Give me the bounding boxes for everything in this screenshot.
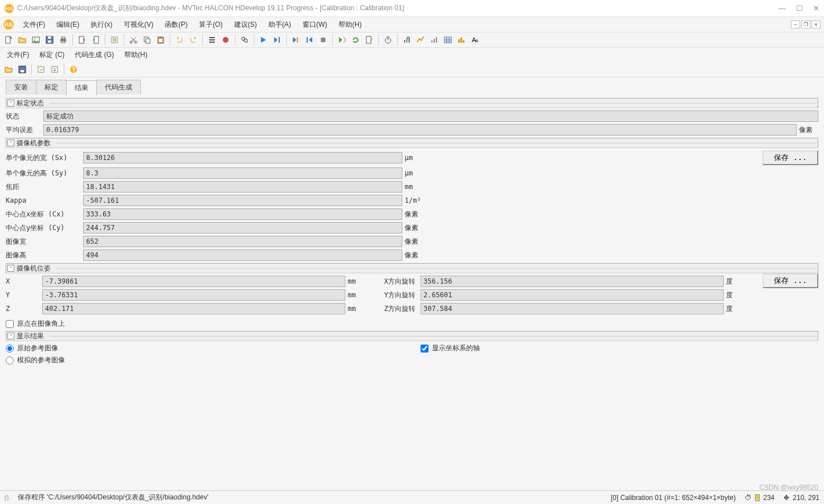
- copy-icon[interactable]: [141, 34, 153, 46]
- svg-rect-0: [6, 36, 10, 43]
- svg-rect-16: [146, 39, 150, 43]
- find-icon[interactable]: [238, 34, 251, 46]
- step-back-icon[interactable]: [303, 34, 316, 46]
- close-button[interactable]: ✕: [813, 4, 819, 13]
- menu-file[interactable]: 文件(F): [18, 18, 50, 31]
- pose-unit: 度: [726, 304, 745, 314]
- menu-assist[interactable]: 助手(A): [264, 18, 296, 31]
- menu-edit[interactable]: 编辑(E): [52, 18, 84, 31]
- param-unit: 像素: [405, 237, 424, 247]
- param-label: 单个像元的高 (Sy): [6, 169, 81, 178]
- export-icon[interactable]: [76, 34, 88, 46]
- tab-result[interactable]: 结果: [66, 80, 97, 95]
- menu-exec[interactable]: 执行(x): [86, 18, 117, 31]
- cut-icon[interactable]: [127, 34, 140, 46]
- submenu-help[interactable]: 帮助(H): [122, 49, 150, 61]
- collapse-icon[interactable]: ⌃: [7, 265, 14, 272]
- save-icon[interactable]: [43, 34, 56, 46]
- pose-value: 2.65601: [421, 289, 724, 301]
- save-params-icon[interactable]: [48, 63, 61, 76]
- svg-marker-1: [10, 36, 12, 38]
- svg-rect-24: [307, 37, 308, 43]
- svg-point-21: [242, 37, 245, 40]
- svg-rect-5: [48, 40, 51, 43]
- redo-icon[interactable]: [187, 34, 199, 46]
- run-to-icon[interactable]: [336, 34, 348, 46]
- help-icon[interactable]: ?: [67, 63, 80, 76]
- load-params-icon[interactable]: [35, 63, 47, 76]
- collapse-icon[interactable]: ⌃: [7, 140, 14, 146]
- calibration-menubar: 文件(F) 标定 (C) 代码生成 (G) 帮助(H): [0, 48, 824, 62]
- save-params-button[interactable]: 保存 ...: [762, 150, 818, 165]
- state-label: 状态: [6, 112, 41, 121]
- menu-help[interactable]: 帮助(H): [334, 18, 366, 31]
- table-icon[interactable]: [442, 34, 454, 46]
- sim-ref-radio[interactable]: [6, 357, 14, 364]
- graph2-icon[interactable]: [414, 34, 427, 46]
- stop-icon[interactable]: [317, 34, 329, 46]
- list-icon[interactable]: [206, 34, 218, 46]
- app-icon: HA: [5, 4, 14, 13]
- properties-icon[interactable]: [108, 34, 121, 46]
- import-icon[interactable]: [89, 34, 102, 46]
- open-image-icon[interactable]: [30, 34, 42, 46]
- print-icon[interactable]: [57, 34, 70, 46]
- pose-unit: mm: [348, 305, 367, 313]
- submenu-codegen[interactable]: 代码生成 (G): [72, 49, 116, 61]
- orig-ref-radio[interactable]: [6, 345, 14, 353]
- paste-icon[interactable]: [154, 34, 167, 46]
- pose-unit: 度: [726, 290, 745, 300]
- battery-icon: [755, 494, 760, 501]
- svg-rect-8: [62, 37, 65, 39]
- tab-install[interactable]: 安装: [6, 80, 36, 95]
- menu-oper[interactable]: 算子(O): [194, 18, 227, 31]
- edit-code-icon[interactable]: [363, 34, 376, 46]
- run-icon[interactable]: [257, 34, 270, 46]
- graph1-icon[interactable]: [401, 34, 413, 46]
- timer-icon[interactable]: [382, 34, 394, 46]
- svg-rect-23: [279, 37, 280, 43]
- menu-suggest[interactable]: 建议(S): [230, 18, 262, 31]
- graph3-icon[interactable]: [428, 34, 440, 46]
- save-file-icon[interactable]: [16, 63, 28, 76]
- save-pose-button[interactable]: 保存 ...: [762, 273, 818, 288]
- open-file-icon[interactable]: [2, 63, 15, 76]
- svg-rect-32: [434, 39, 435, 43]
- param-value: 494: [83, 249, 402, 261]
- titlebar: HA C:/Users/90404/Desktop/仪表盘_识别/biaodin…: [0, 0, 824, 17]
- origin-corner-checkbox[interactable]: [6, 320, 14, 328]
- text-icon[interactable]: AA: [469, 34, 482, 46]
- mdi-minimize-button[interactable]: –: [791, 21, 800, 28]
- step-over-icon[interactable]: [289, 34, 302, 46]
- svg-rect-33: [436, 37, 437, 43]
- param-value: 18.1431: [83, 181, 402, 192]
- pose-label: X方向旋转: [384, 277, 418, 286]
- menu-visual[interactable]: 可视化(V): [119, 18, 158, 31]
- minimize-button[interactable]: —: [778, 4, 786, 13]
- open-icon[interactable]: [16, 34, 28, 46]
- mdi-close-button[interactable]: ×: [811, 21, 821, 28]
- tab-codegen[interactable]: 代码生成: [96, 80, 141, 95]
- menu-func[interactable]: 函数(P): [160, 18, 192, 31]
- pose-unit: 度: [726, 277, 745, 286]
- menu-window[interactable]: 窗口(W): [298, 18, 332, 31]
- reset-icon[interactable]: [349, 34, 362, 46]
- new-icon[interactable]: [2, 34, 15, 46]
- pose-value: -7.39861: [42, 276, 345, 287]
- tab-calibrate[interactable]: 标定: [36, 80, 67, 95]
- collapse-icon[interactable]: ⌃: [7, 333, 14, 339]
- svg-rect-26: [366, 36, 371, 43]
- pose-label: Y方向旋转: [384, 290, 418, 300]
- submenu-calib[interactable]: 标定 (C): [37, 49, 67, 61]
- mdi-restore-button[interactable]: ❐: [801, 21, 810, 28]
- maximize-button[interactable]: ☐: [796, 4, 803, 13]
- step-icon[interactable]: [271, 34, 283, 46]
- histogram-icon[interactable]: [455, 34, 468, 46]
- error-value: 0.016379: [43, 124, 797, 136]
- undo-icon[interactable]: [173, 34, 186, 46]
- collapse-icon[interactable]: ⌃: [7, 100, 14, 106]
- submenu-file[interactable]: 文件(F): [5, 49, 31, 61]
- breakpoint-icon[interactable]: [219, 34, 232, 46]
- param-unit: 像素: [405, 223, 424, 233]
- show-axes-checkbox[interactable]: [421, 345, 429, 353]
